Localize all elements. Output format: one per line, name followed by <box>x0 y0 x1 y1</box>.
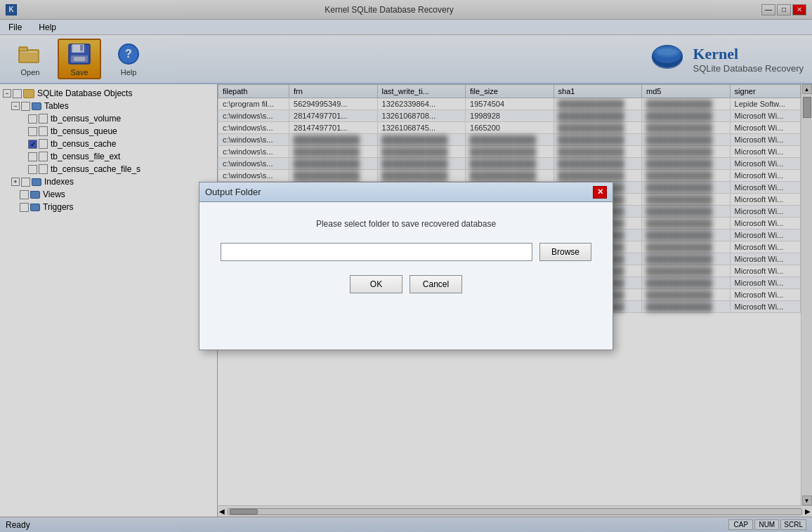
modal-title-bar: Output Folder ✕ <box>199 182 613 202</box>
modal-close-button[interactable]: ✕ <box>593 186 607 199</box>
modal-buttons: OK Cancel <box>221 275 591 293</box>
browse-button[interactable]: Browse <box>539 243 591 261</box>
modal-message: Please select folder to save recovered d… <box>221 219 591 229</box>
modal-title: Output Folder <box>205 187 261 197</box>
ok-button[interactable]: OK <box>350 275 402 293</box>
modal-body: Please select folder to save recovered d… <box>199 202 613 307</box>
cancel-button[interactable]: Cancel <box>410 275 462 293</box>
modal-overlay: Output Folder ✕ Please select folder to … <box>0 0 812 532</box>
folder-path-input[interactable] <box>221 243 532 261</box>
output-folder-modal: Output Folder ✕ Please select folder to … <box>199 182 613 350</box>
modal-input-row: Browse <box>221 243 591 261</box>
